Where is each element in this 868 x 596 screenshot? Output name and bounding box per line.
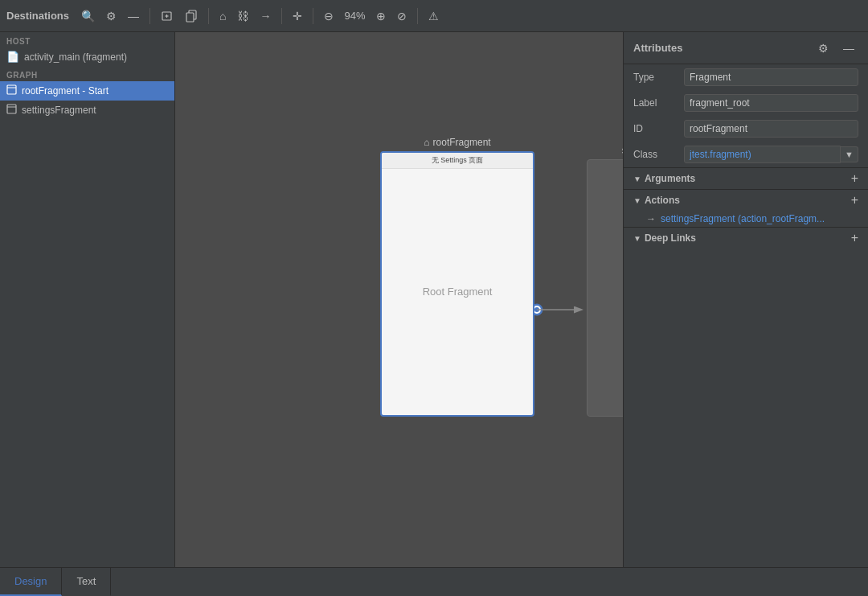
copy-button[interactable] <box>181 6 202 26</box>
attr-label-row: Label <box>624 90 868 116</box>
actions-add-button[interactable]: + <box>851 194 858 207</box>
deep-links-section[interactable]: ▼ Deep Links + <box>624 227 868 249</box>
action-arrow-icon: → <box>646 213 656 224</box>
attr-header-icons: ⚙ — <box>814 39 858 58</box>
move-button[interactable]: ✛ <box>289 6 306 26</box>
divider-2 <box>208 8 209 24</box>
action-item[interactable]: → settingsFragment (action_rootFragm... <box>624 211 868 227</box>
sidebar: HOST 📄 activity_main (fragment) GRAPH ro… <box>0 32 175 567</box>
zoom-value: 94% <box>341 10 368 22</box>
fragment-icon-2 <box>6 104 17 117</box>
svg-point-12 <box>534 307 539 312</box>
settings-fragment-label: settingsFragment <box>22 105 96 116</box>
tab-text[interactable]: Text <box>62 568 111 596</box>
root-fragment-preview[interactable]: 无 Settings 页面 Root Fragment <box>380 151 534 417</box>
root-fragment-label: rootFragment - Start <box>22 85 108 97</box>
class-input[interactable] <box>684 146 841 163</box>
sidebar-item-settings-fragment[interactable]: settingsFragment <box>0 101 174 120</box>
settings-fragment-content: Preview Unavailable <box>588 160 623 416</box>
id-label: ID <box>633 123 678 134</box>
gear-button[interactable]: ⚙ <box>102 6 121 26</box>
settings-fragment-node[interactable]: settingsFragment Preview Unavailable <box>587 145 623 417</box>
home-button[interactable]: ⌂ <box>215 6 230 26</box>
graph-section-header: GRAPH <box>0 66 174 81</box>
attr-id-row: ID <box>624 116 868 142</box>
label-input[interactable] <box>684 94 858 112</box>
reset-zoom-button[interactable]: ⊘ <box>393 6 411 26</box>
attr-type-row: Type <box>624 64 868 90</box>
minimize-button[interactable]: — <box>124 6 143 26</box>
action-item-label: settingsFragment (action_rootFragm... <box>661 213 825 224</box>
zoom-in-button[interactable]: ⊕ <box>372 6 390 26</box>
root-fragment-content: Root Fragment <box>382 169 533 413</box>
host-item-label: activity_main (fragment) <box>24 51 127 63</box>
deep-links-add-button[interactable]: + <box>851 232 858 245</box>
deep-links-triangle: ▼ <box>633 234 641 243</box>
class-label: Class <box>633 149 678 160</box>
svg-rect-5 <box>7 85 16 94</box>
new-destination-button[interactable] <box>157 6 178 26</box>
bottom-tabs: Design Text <box>0 567 868 596</box>
host-icon: 📄 <box>6 51 19 63</box>
attributes-panel: Attributes ⚙ — Type Label ID Class ▼ <box>623 32 868 567</box>
home-icon: ⌂ <box>424 137 429 148</box>
actions-triangle: ▼ <box>633 196 641 205</box>
settings-fragment-preview[interactable]: Preview Unavailable <box>587 159 623 417</box>
main-area: HOST 📄 activity_main (fragment) GRAPH ro… <box>0 32 868 567</box>
divider-4 <box>313 8 313 24</box>
deep-links-label: Deep Links <box>645 232 851 244</box>
id-input[interactable] <box>684 120 858 138</box>
root-fragment-topbar: 无 Settings 页面 <box>382 153 533 169</box>
destinations-label: Destinations <box>6 10 69 22</box>
divider-3 <box>281 8 282 24</box>
root-fragment-node-label: ⌂ rootFragment <box>424 137 490 148</box>
sidebar-item-root-fragment[interactable]: rootFragment - Start <box>0 81 174 101</box>
host-section-header: HOST <box>0 32 174 47</box>
attr-class-row: Class ▼ <box>624 142 868 167</box>
fragment-icon-1 <box>6 84 17 97</box>
arguments-section[interactable]: ▼ Arguments + <box>624 167 868 189</box>
class-dropdown: ▼ <box>684 146 858 163</box>
settings-fragment-node-label: settingsFragment <box>622 145 623 156</box>
sidebar-item-host[interactable]: 📄 activity_main (fragment) <box>0 47 174 66</box>
root-fragment-node[interactable]: ⌂ rootFragment 无 Settings 页面 Root Fragme… <box>380 137 534 417</box>
arguments-label: Arguments <box>645 173 851 184</box>
arguments-triangle: ▼ <box>633 175 641 183</box>
type-label: Type <box>633 72 678 83</box>
link-button[interactable]: ⛓ <box>233 6 252 26</box>
type-input[interactable] <box>684 68 858 86</box>
attributes-title: Attributes <box>633 42 682 54</box>
canvas-area[interactable]: ⌂ rootFragment 无 Settings 页面 Root Fragme… <box>175 32 623 567</box>
search-button[interactable]: 🔍 <box>77 6 99 26</box>
actions-label: Actions <box>645 195 851 206</box>
actions-section[interactable]: ▼ Actions + <box>624 189 868 211</box>
divider-1 <box>149 8 150 24</box>
attributes-header: Attributes ⚙ — <box>624 32 868 64</box>
attr-settings-button[interactable]: ⚙ <box>814 39 833 58</box>
tab-design[interactable]: Design <box>0 568 62 596</box>
svg-rect-7 <box>7 105 16 113</box>
zoom-out-button[interactable]: ⊖ <box>320 6 338 26</box>
top-toolbar: Destinations 🔍 ⚙ — ⌂ ⛓ → ✛ ⊖ 94% ⊕ ⊘ ⚠ <box>0 0 868 32</box>
class-dropdown-button[interactable]: ▼ <box>841 146 858 162</box>
attr-minimize-button[interactable]: — <box>839 39 858 58</box>
warning-button[interactable]: ⚠ <box>424 6 443 26</box>
svg-rect-4 <box>186 13 194 22</box>
divider-5 <box>417 8 418 24</box>
arguments-add-button[interactable]: + <box>851 172 858 185</box>
label-label: Label <box>633 97 678 109</box>
arrow-right-button[interactable]: → <box>256 6 275 26</box>
